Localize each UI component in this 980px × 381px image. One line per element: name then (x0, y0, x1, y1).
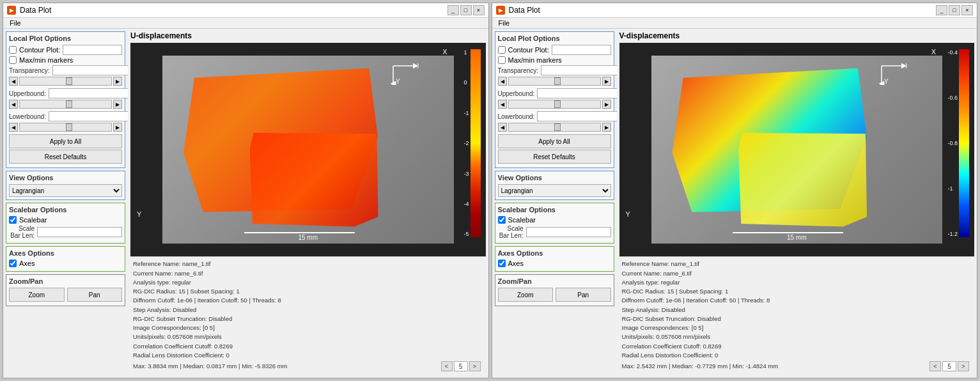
view-options-dropdown-1[interactable]: Lagrangian Eulerian (9, 184, 122, 197)
window-title-1: Data Plot (20, 6, 51, 15)
plot-area-1[interactable]: X Y 1 0 -1 -2 -3 -4 -5 (130, 43, 486, 256)
pan-btn-2[interactable]: Pan (556, 288, 611, 302)
maximize-btn-2[interactable]: □ (949, 5, 960, 15)
y-axis-label-2: Y (626, 210, 630, 218)
file-menu-1[interactable]: File (7, 19, 24, 27)
upperbound-row-1: Upperbound: 1.1115 (9, 88, 122, 98)
transparency-track-2[interactable] (508, 77, 601, 86)
y-axis-label-1: Y (137, 210, 141, 218)
apply-to-all-btn-2[interactable]: Apply to All (498, 134, 611, 148)
x-axis-label-2: X (931, 48, 936, 56)
transparency-slider-right-2[interactable]: ▶ (602, 77, 611, 86)
prev-page-btn-1[interactable]: < (441, 361, 453, 371)
scalebar-checkbox-1[interactable] (9, 216, 17, 224)
scalebar-options-1: Scalebar Options Scalebar Scale Bar Len:… (6, 203, 125, 244)
right-panel-2: V-displacements X Y -0.4 -0.6 -0.8 -1 -1… (617, 29, 977, 378)
contour-plot-value-1[interactable]: 20 (63, 45, 122, 55)
v-disp-region-2 (738, 131, 869, 229)
maximize-btn-1[interactable]: □ (460, 5, 472, 15)
info-step-1: Step Analysis: Disabled (133, 306, 483, 315)
transparency-input-2[interactable]: 0.6275 (541, 65, 616, 75)
upperbound-input-2[interactable]: -0.2805 (537, 88, 616, 98)
transparency-slider-right-1[interactable]: ▶ (113, 77, 122, 86)
view-options-dropdown-2[interactable]: Lagrangian Eulerian (498, 184, 611, 197)
menu-bar-2: File (492, 18, 977, 29)
scalebar-text-2: 15 mm (787, 234, 807, 241)
transparency-slider-left-1[interactable]: ◀ (9, 77, 18, 86)
minimize-btn-2[interactable]: _ (936, 5, 947, 15)
next-page-btn-1[interactable]: > (469, 361, 481, 371)
lowerbound-slider-left-1[interactable]: ◀ (9, 123, 18, 132)
plot-image-2: 15 mm X Y (651, 56, 943, 244)
scalebar-text-1: 15 mm (298, 234, 318, 241)
minimize-btn-1[interactable]: _ (447, 5, 459, 15)
reset-defaults-btn-2[interactable]: Reset Defaults (498, 150, 611, 164)
lowerbound-track-2[interactable] (508, 123, 601, 132)
upperbound-slider-left-1[interactable]: ◀ (9, 100, 18, 109)
upperbound-track-2[interactable] (508, 100, 601, 109)
upperbound-slider-right-2[interactable]: ▶ (602, 100, 611, 109)
close-btn-2[interactable]: × (961, 5, 973, 15)
scalebar-line-1 (244, 232, 355, 233)
info-stats-row-2: Max: 2.5432 mm | Median: -0.7729 mm | Mi… (622, 360, 972, 373)
plot-area-2[interactable]: X Y -0.4 -0.6 -0.8 -1 -1.2 (619, 43, 975, 256)
axes-title-2: Axes Options (498, 249, 611, 257)
upperbound-slider-left-2[interactable]: ◀ (498, 100, 507, 109)
apply-to-all-btn-1[interactable]: Apply to All (9, 134, 122, 148)
window-2: ▶ Data Plot _ □ × File Local Plot Option… (492, 3, 978, 378)
contour-plot-checkbox-2[interactable] (498, 46, 506, 54)
lowerbound-label-1: Lowerbound: (9, 113, 46, 120)
lowerbound-track-1[interactable] (19, 123, 112, 132)
zoom-btn-1[interactable]: Zoom (9, 288, 65, 302)
lowerbound-input-2[interactable]: -1.3155 (537, 111, 616, 121)
maxmin-checkbox-2[interactable] (498, 56, 506, 64)
window-content-2: Local Plot Options Contour Plot: 20 Max/… (492, 29, 977, 378)
plot-title-2: V-displacements (619, 31, 975, 40)
info-image-2: Image Correspondences: [0 5] (622, 323, 972, 332)
info-stats-row-1: Max: 3.8834 mm | Median: 0.0817 mm | Min… (133, 360, 483, 373)
upperbound-track-1[interactable] (19, 100, 112, 109)
axes-arrows-2: X Y (875, 59, 907, 85)
title-bar-1: ▶ Data Plot _ □ × (3, 3, 488, 18)
scalebar-checkbox-2[interactable] (498, 216, 506, 224)
u-disp-region-2 (250, 131, 381, 229)
maxmin-checkbox-1[interactable] (9, 56, 17, 64)
transparency-label-2: Transparency: (498, 67, 539, 74)
pan-btn-1[interactable]: Pan (67, 288, 123, 302)
transparency-input-1[interactable]: 0.7500 (52, 65, 128, 75)
contour-plot-checkbox-1[interactable] (9, 46, 17, 54)
lowerbound-slider-1: ◀ ▶ (9, 123, 122, 132)
contour-plot-label-1: Contour Plot: (19, 46, 60, 54)
close-btn-1[interactable]: × (473, 5, 485, 15)
info-stats-1: Max: 3.8834 mm | Median: 0.0817 mm | Min… (133, 362, 287, 371)
plot-title-1: U-displacements (130, 31, 486, 40)
lowerbound-slider-right-2[interactable]: ▶ (602, 123, 611, 132)
upperbound-input-1[interactable]: 1.1115 (49, 88, 128, 98)
scalebar-len-input-2[interactable]: 15.00 (526, 227, 611, 237)
contour-plot-value-2[interactable]: 20 (552, 45, 611, 55)
lowerbound-slider-right-1[interactable]: ▶ (113, 123, 122, 132)
info-image-1: Image Correspondences: [0 5] (133, 323, 483, 332)
scalebar-len-input-1[interactable]: 15.00 (37, 227, 122, 237)
axes-checkbox-1[interactable] (9, 260, 17, 267)
lowerbound-slider-left-2[interactable]: ◀ (498, 123, 507, 132)
transparency-track-1[interactable] (19, 77, 112, 86)
lowerbound-row-2: Lowerbound: -1.3155 (498, 111, 611, 121)
next-page-btn-2[interactable]: > (958, 361, 969, 371)
transparency-slider-left-2[interactable]: ◀ (498, 77, 507, 86)
transparency-label-1: Transparency: (9, 67, 50, 74)
upperbound-row-2: Upperbound: -0.2805 (498, 88, 611, 98)
info-rgdic-2: RG-DIC Radius: 15 | Subset Spacing: 1 (622, 287, 972, 296)
prev-page-btn-2[interactable]: < (929, 361, 941, 371)
upperbound-slider-right-1[interactable]: ▶ (113, 100, 122, 109)
file-menu-2[interactable]: File (496, 19, 513, 27)
axes-checkbox-2[interactable] (498, 260, 506, 267)
scalebar-label-1: Scalebar (19, 216, 47, 224)
info-analysis-1: Analysis type: regular (133, 278, 483, 287)
zoom-btn-2[interactable]: Zoom (498, 288, 554, 302)
scalebar-title-1: Scalebar Options (9, 206, 122, 214)
left-panel-1: Local Plot Options Contour Plot: 20 Max/… (3, 29, 128, 378)
lowerbound-input-1[interactable]: -5.4891 (49, 111, 128, 121)
reset-defaults-btn-1[interactable]: Reset Defaults (9, 150, 122, 164)
info-rgdic-1: RG-DIC Radius: 15 | Subset Spacing: 1 (133, 287, 483, 296)
